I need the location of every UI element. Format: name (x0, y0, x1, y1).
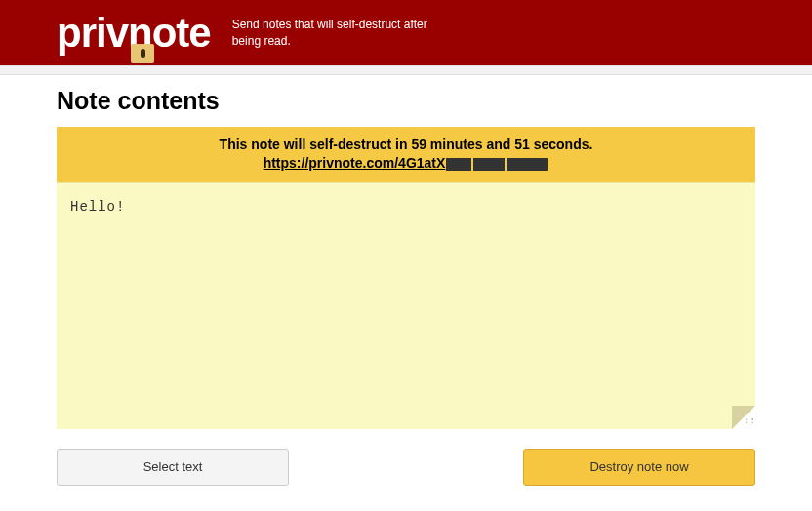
logo-text: priv n ote (57, 10, 211, 57)
tagline: Send notes that will self-destruct after… (232, 17, 437, 48)
logo[interactable]: priv n ote (57, 10, 211, 57)
notice-bar: This note will self-destruct in 59 minut… (57, 127, 755, 182)
notice-link-line: https://privnote.com/4G1atX (66, 154, 746, 173)
button-row: Select text Destroy note now (57, 449, 755, 486)
note-text: Hello! (70, 199, 125, 215)
header-bar: priv n ote Send notes that will self-des… (0, 0, 812, 65)
note-url-visible: https://privnote.com/4G1atX (264, 155, 446, 171)
redacted-segment (507, 158, 548, 171)
note-content-area[interactable]: Hello! ...: (57, 182, 755, 429)
redacted-segment (446, 158, 471, 171)
page-title: Note contents (57, 87, 755, 115)
redacted-segment (473, 158, 505, 171)
destroy-note-button[interactable]: Destroy note now (523, 449, 755, 486)
notice-text: This note will self-destruct in 59 minut… (66, 136, 746, 154)
logo-lock-letter: n (128, 10, 152, 57)
select-text-button[interactable]: Select text (57, 449, 289, 486)
divider-strip (0, 65, 812, 75)
note-url-link[interactable]: https://privnote.com/4G1atX (264, 154, 549, 173)
resize-handle-icon[interactable]: ...: (744, 417, 753, 427)
logo-post: ote (152, 10, 211, 57)
main-container: Note contents This note will self-destru… (0, 75, 812, 486)
lock-icon (131, 44, 154, 63)
logo-pre: priv (57, 10, 128, 57)
